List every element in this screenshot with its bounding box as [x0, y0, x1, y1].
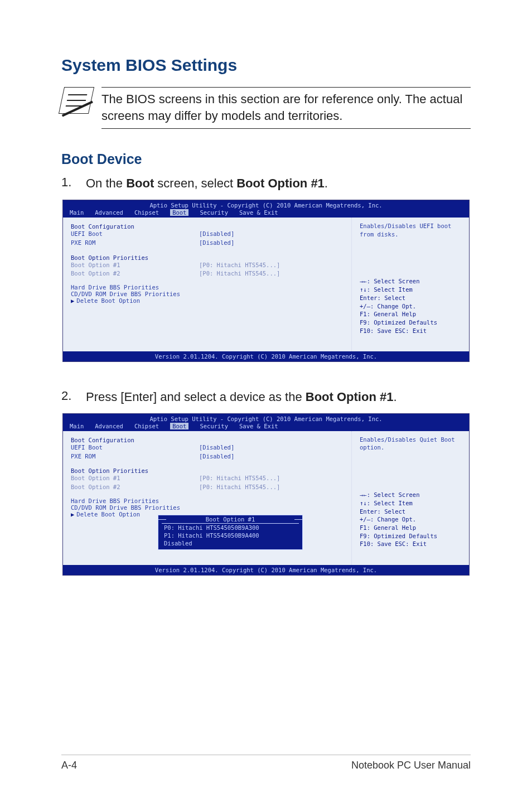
- bios-tabs: Main Advanced Chipset Boot Security Save…: [63, 423, 469, 431]
- step-text-part: Press [Enter] and select a device as the: [86, 390, 306, 404]
- tab-boot[interactable]: Boot: [170, 209, 188, 216]
- uefi-boot-value: [Disabled]: [199, 230, 234, 239]
- step-text-bold: Boot: [126, 176, 154, 190]
- key-f1: F1: General Help: [360, 524, 462, 532]
- key-select-screen: →←: Select Screen: [360, 491, 462, 499]
- key-f9: F9: Optimized Defaults: [360, 318, 462, 327]
- hdd-bbs-item[interactable]: Hard Drive BBS Priorities: [71, 497, 346, 504]
- popup-title: Boot Option #1: [162, 515, 299, 524]
- boot-priorities-header: Boot Option Priorities: [71, 254, 346, 261]
- bios-screenshot-1: Aptio Setup Utility - Copyright (C) 2010…: [62, 200, 470, 362]
- page-footer: A-4 Notebook PC User Manual: [61, 755, 471, 771]
- help-text: Enables/Disables UEFI boot from disks.: [360, 222, 462, 238]
- key-legend: →←: Select Screen ↑↓: Select Item Enter:…: [360, 277, 462, 335]
- boot-option-2-value: [P0: Hitachi HTS545...]: [199, 483, 280, 492]
- bios-footer: Version 2.01.1204. Copyright (C) 2010 Am…: [63, 351, 469, 361]
- popup-option[interactable]: Disabled: [158, 539, 302, 547]
- boot-option-popup: Boot Option #1 P0: Hitachi HTS545050B9A3…: [158, 515, 303, 550]
- page-title: System BIOS Settings: [61, 56, 471, 75]
- key-f9: F9: Optimized Defaults: [360, 532, 462, 540]
- step-text-bold: Boot Option #1: [236, 176, 325, 190]
- key-select-item: ↑↓: Select Item: [360, 499, 462, 508]
- tab-main[interactable]: Main: [70, 209, 84, 216]
- step-text-bold: Boot Option #1: [306, 390, 394, 404]
- tab-chipset[interactable]: Chipset: [134, 423, 159, 429]
- page-number: A-4: [61, 760, 77, 771]
- step-text: Press [Enter] and select a device as the…: [86, 389, 471, 405]
- bios-screenshot-2: Aptio Setup Utility - Copyright (C) 2010…: [62, 413, 470, 576]
- boot-option-1-item[interactable]: Boot Option #1: [71, 474, 199, 483]
- delete-boot-label: Delete Boot Option: [76, 297, 140, 304]
- bios-tabs: Main Advanced Chipset Boot Security Save…: [63, 209, 469, 218]
- bios-footer: Version 2.01.1204. Copyright (C) 2010 Am…: [63, 565, 469, 575]
- key-enter: Enter: Select: [360, 294, 462, 302]
- popup-option[interactable]: P0: Hitachi HTS545050B9A300: [158, 524, 302, 532]
- step-number: 2.: [61, 389, 86, 405]
- step-text-part: .: [325, 176, 328, 190]
- key-f1: F1: General Help: [360, 310, 462, 318]
- boot-option-2-value: [P0: Hitachi HTS545...]: [199, 269, 280, 278]
- popup-option[interactable]: P1: Hitachi HTS545050B9A400: [158, 532, 302, 539]
- boot-option-2-item[interactable]: Boot Option #2: [71, 269, 199, 278]
- tab-advanced[interactable]: Advanced: [95, 423, 123, 429]
- key-legend: →←: Select Screen ↑↓: Select Item Enter:…: [360, 491, 462, 548]
- uefi-boot-item[interactable]: UEFI Boot: [71, 443, 199, 452]
- key-enter: Enter: Select: [360, 508, 462, 516]
- boot-configuration-header: Boot Configuration: [71, 437, 346, 443]
- key-change: +/—: Change Opt.: [360, 302, 462, 311]
- tab-save-exit[interactable]: Save & Exit: [239, 209, 278, 216]
- step-text: On the Boot screen, select Boot Option #…: [86, 175, 471, 192]
- pxe-rom-value: [Disabled]: [199, 452, 234, 461]
- cd-bbs-item[interactable]: CD/DVD ROM Drive BBS Priorities: [71, 504, 346, 511]
- step-text-part: .: [393, 390, 396, 404]
- uefi-boot-value: [Disabled]: [199, 443, 234, 452]
- bios-title: Aptio Setup Utility - Copyright (C) 2010…: [63, 200, 469, 209]
- tab-chipset[interactable]: Chipset: [134, 209, 159, 216]
- pxe-rom-item[interactable]: PXE ROM: [71, 452, 199, 461]
- submenu-arrow-icon: ▶: [71, 511, 74, 518]
- delete-boot-item[interactable]: ▶Delete Boot Option: [71, 297, 346, 304]
- tab-security[interactable]: Security: [200, 209, 228, 216]
- boot-configuration-header: Boot Configuration: [71, 223, 346, 230]
- hdd-bbs-item[interactable]: Hard Drive BBS Priorities: [71, 284, 346, 291]
- bios-left-pane: Boot Configuration UEFI Boot [Disabled] …: [63, 218, 352, 351]
- bios-title: Aptio Setup Utility - Copyright (C) 2010…: [63, 414, 469, 423]
- step-2: 2. Press [Enter] and select a device as …: [61, 389, 471, 405]
- note-icon: [59, 87, 94, 114]
- boot-option-1-item[interactable]: Boot Option #1: [71, 261, 199, 270]
- bios-right-pane: Enables/Disables Quiet Boot option. →←: …: [352, 431, 469, 565]
- key-change: +/—: Change Opt.: [360, 515, 462, 524]
- help-text: Enables/Disables Quiet Boot option.: [360, 436, 462, 452]
- boot-priorities-header: Boot Option Priorities: [71, 467, 346, 474]
- key-select-item: ↑↓: Select Item: [360, 286, 462, 294]
- step-1: 1. On the Boot screen, select Boot Optio…: [61, 175, 471, 192]
- note-text: The BIOS screens in this section are for…: [101, 87, 471, 129]
- key-f10: F10: Save ESC: Exit: [360, 540, 462, 548]
- delete-boot-label: Delete Boot Option: [76, 511, 140, 518]
- tab-boot[interactable]: Boot: [170, 423, 188, 429]
- boot-option-1-value: [P0: Hitachi HTS545...]: [199, 261, 280, 270]
- tab-save-exit[interactable]: Save & Exit: [239, 423, 278, 429]
- step-text-part: screen, select: [154, 176, 236, 190]
- cd-bbs-item[interactable]: CD/DVD ROM Drive BBS Priorities: [71, 291, 346, 297]
- key-f10: F10: Save ESC: Exit: [360, 327, 462, 335]
- key-select-screen: →←: Select Screen: [360, 277, 462, 286]
- section-title: Boot Device: [61, 151, 471, 167]
- pxe-rom-item[interactable]: PXE ROM: [71, 239, 199, 248]
- pxe-rom-value: [Disabled]: [199, 239, 234, 248]
- step-text-part: On the: [86, 176, 126, 190]
- bios-right-pane: Enables/Disables UEFI boot from disks. →…: [352, 218, 469, 351]
- bios-left-pane: Boot Configuration UEFI Boot [Disabled] …: [63, 431, 352, 565]
- manual-name: Notebook PC User Manual: [351, 760, 471, 771]
- tab-advanced[interactable]: Advanced: [95, 209, 123, 216]
- boot-option-2-item[interactable]: Boot Option #2: [71, 483, 199, 492]
- boot-option-1-value: [P0: Hitachi HTS545...]: [199, 474, 280, 483]
- submenu-arrow-icon: ▶: [71, 297, 74, 304]
- uefi-boot-item[interactable]: UEFI Boot: [71, 230, 199, 239]
- tab-security[interactable]: Security: [200, 423, 228, 429]
- tab-main[interactable]: Main: [70, 423, 84, 429]
- note-block: The BIOS screens in this section are for…: [61, 87, 471, 129]
- step-number: 1.: [61, 175, 86, 192]
